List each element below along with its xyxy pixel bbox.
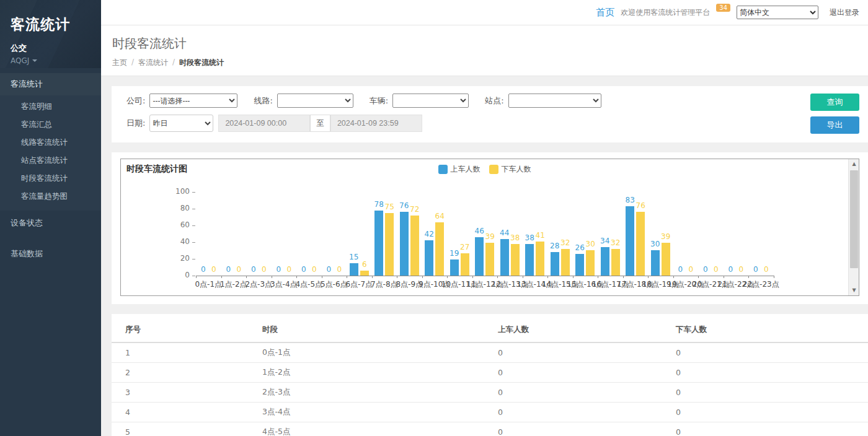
company-label: 公司:: [126, 95, 145, 107]
date-from-input[interactable]: [218, 115, 310, 132]
table-row: 32点-3点00: [112, 383, 868, 403]
bar-value-label: 0: [683, 265, 699, 274]
x-axis-category-label: 0点-1点: [195, 279, 222, 290]
scroll-down-arrow-icon[interactable]: ▼: [849, 286, 859, 295]
sidebar-subitem-4[interactable]: 时段客流统计: [0, 170, 101, 188]
table-row: 10点-1点00: [112, 342, 868, 363]
bar-value-label: 75: [381, 203, 397, 211]
boarding-bar: [400, 212, 409, 276]
chevron-down-icon: [32, 59, 37, 62]
x-axis-tick: [322, 276, 322, 278]
date-range-to-label: 至: [310, 115, 330, 132]
query-button[interactable]: 查询: [810, 94, 859, 111]
filter-rows: 公司: ---请选择--- 线路: 车辆: 站点: 日期: 昨日: [126, 94, 601, 134]
breadcrumb-item-1[interactable]: 客流统计: [138, 58, 168, 68]
bar-value-label: 0: [231, 265, 247, 274]
filter-row-selects: 公司: ---请选择--- 线路: 车辆: 站点:: [126, 94, 601, 108]
x-axis-category-label: 2点-3点: [245, 279, 272, 290]
language-select[interactable]: 简体中文: [737, 6, 818, 19]
alighting-bar: [360, 271, 369, 276]
x-axis-category-label: 7点-8点: [371, 279, 398, 290]
sidebar-extra-items: 设备状态基础数据: [0, 211, 101, 266]
table-cell: 0: [493, 383, 671, 403]
table-cell: 0: [493, 342, 671, 363]
table-cell: 0: [493, 403, 671, 422]
sidebar-subitem-3[interactable]: 站点客流统计: [0, 152, 101, 170]
sidebar-subitem-1[interactable]: 客流汇总: [0, 116, 101, 134]
x-axis-tick: [673, 276, 674, 278]
y-axis-tick: [192, 276, 195, 276]
scroll-up-arrow-icon[interactable]: ▲: [849, 159, 859, 169]
y-axis-tick-label: 40: [171, 237, 190, 246]
boarding-bar: [551, 252, 559, 276]
x-axis-tick: [221, 276, 222, 278]
y-axis-tick-label: 20: [171, 254, 190, 263]
brand-area: 客流统计 公交 AQGJ: [0, 0, 101, 68]
x-axis-tick: [623, 276, 624, 278]
vehicle-select[interactable]: [392, 94, 469, 108]
station-select[interactable]: [508, 94, 601, 108]
sidebar-subitem-0[interactable]: 客流明细: [0, 98, 101, 116]
date-preset-select[interactable]: 昨日: [149, 115, 213, 132]
sidebar-item-0[interactable]: 设备状态: [0, 211, 101, 235]
content: 公司: ---请选择--- 线路: 车辆: 站点: 日期: 昨日: [101, 76, 868, 436]
date-to-input[interactable]: [330, 115, 422, 132]
boarding-bar: [475, 237, 484, 276]
x-axis-category-label: 22点-23点: [743, 279, 779, 290]
breadcrumb-item-0[interactable]: 主页: [112, 58, 127, 68]
table-cell: 1: [112, 342, 257, 363]
sidebar-section-passenger-stats[interactable]: 客流统计: [0, 73, 101, 95]
bar-value-label: 64: [432, 212, 448, 220]
scrollbar-thumb[interactable]: [850, 170, 858, 268]
alighting-bar: [435, 222, 444, 276]
sidebar-subitem-2[interactable]: 线路客流统计: [0, 134, 101, 152]
org-code-dropdown[interactable]: AQGJ: [11, 56, 101, 65]
table-column-header-1: 时段: [257, 316, 493, 342]
sidebar-subitem-5[interactable]: 客流量趋势图: [0, 188, 101, 206]
table-cell: 1点-2点: [257, 363, 493, 383]
breadcrumb-separator: /: [131, 58, 134, 68]
app-logo-title: 客流统计: [11, 15, 101, 34]
bar-chart-plot: 020406080100000点-1点001点-2点002点-3点003点-4点…: [121, 159, 859, 295]
bar-value-label: 0: [281, 265, 297, 274]
bar-value-label: 0: [256, 265, 272, 274]
logout-link[interactable]: 退出登录: [830, 7, 859, 18]
x-axis-tick: [648, 276, 649, 278]
sidebar-item-1[interactable]: 基础数据: [0, 242, 101, 266]
x-axis-tick: [246, 276, 247, 278]
home-link[interactable]: 首页: [596, 7, 614, 19]
table-panel: 序号时段上车人数下车人数 10点-1点0021点-2点0032点-3点0043点…: [112, 314, 868, 436]
sidebar-menu: 客流统计 客流明细客流汇总线路客流统计站点客流统计时段客流统计客流量趋势图 设备…: [0, 73, 101, 266]
table-column-header-0: 序号: [112, 316, 257, 342]
x-axis-category-label: 4点-5点: [295, 279, 322, 290]
x-axis-tick: [472, 276, 473, 278]
x-axis-tick: [547, 276, 548, 278]
x-axis-category-label: 5点-6点: [321, 279, 348, 290]
alighting-bar: [511, 244, 520, 276]
export-button[interactable]: 导出: [810, 116, 859, 134]
table-cell: 4点-5点: [257, 422, 493, 436]
y-axis-tick-label: 80: [171, 204, 190, 212]
x-axis-tick: [698, 276, 699, 278]
table-cell: 5: [112, 422, 257, 436]
boarding-bar: [575, 254, 584, 276]
bar-value-label: 39: [482, 232, 498, 241]
x-axis-tick: [347, 276, 347, 278]
breadcrumb: 主页/客流统计/时段客流统计: [112, 58, 868, 68]
bar-value-label: 32: [608, 238, 624, 247]
line-select[interactable]: [277, 94, 353, 108]
table-cell: 0: [671, 403, 868, 422]
company-select[interactable]: ---请选择---: [149, 94, 237, 108]
boarding-bar: [500, 239, 509, 276]
alighting-bar: [586, 250, 595, 276]
page-head: 时段客流统计 主页/客流统计/时段客流统计: [101, 25, 868, 76]
table-cell: 2: [112, 363, 257, 383]
boarding-bar: [425, 240, 433, 276]
x-axis-tick: [422, 276, 423, 278]
y-axis-tick: [192, 225, 195, 226]
chart-vertical-scrollbar[interactable]: ▲ ▼: [848, 159, 859, 295]
main-area: 首页 欢迎使用客流统计管理平台 34 简体中文 退出登录 时段客流统计 主页/客…: [101, 0, 868, 436]
x-axis-line: [196, 276, 774, 276]
y-axis-tick-label: 0: [171, 271, 190, 279]
x-axis-tick: [523, 276, 523, 278]
